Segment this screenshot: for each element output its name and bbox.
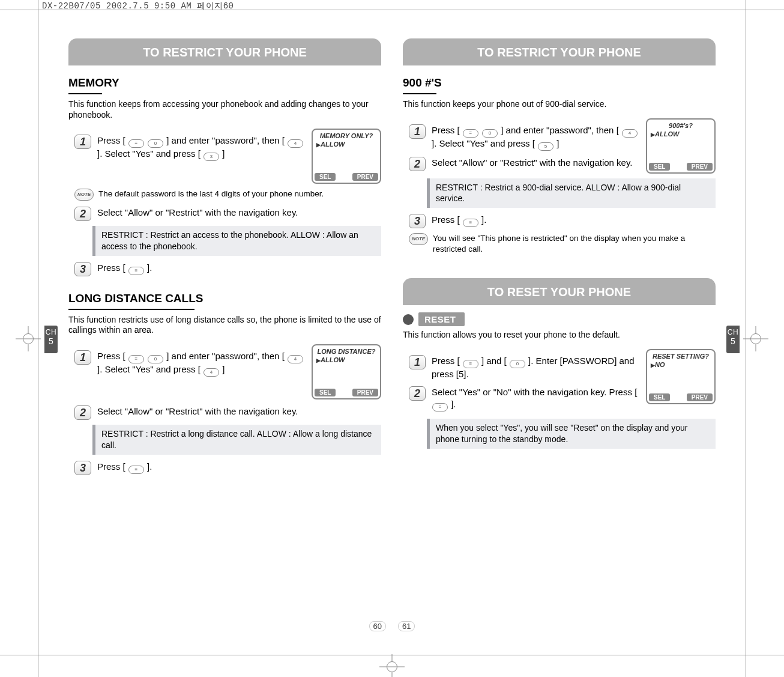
reset-desc: This function allows you to reset your p… — [403, 330, 716, 341]
reset-info: When you select "Yes", you will see "Res… — [427, 419, 716, 449]
menu-key-icon: ≡ — [128, 139, 144, 148]
four-key-icon: 4 — [288, 139, 303, 148]
crop-mark-bottom — [379, 654, 405, 677]
long-title: LONG DISTANCE CALLS — [68, 292, 203, 306]
five-key-icon: 5 — [538, 142, 553, 151]
memory-step-3-text: Press [ ≡ ]. — [97, 262, 381, 275]
nine-step-1-text: Press [ ≡ 0 ] and enter "password", then… — [432, 124, 640, 151]
softkey-sel: SEL — [649, 163, 670, 171]
reset-badge-label: RESET — [418, 312, 465, 326]
nine-step-3-text: Press [ ≡ ]. — [432, 214, 716, 227]
memory-info: RESTRICT : Restrict an access to the pho… — [92, 226, 381, 256]
nine-desc: This function keeps your phone out of 90… — [403, 99, 716, 110]
step-num-2-icon: 2 — [409, 157, 426, 171]
long-rule — [68, 309, 194, 310]
memory-step-2: 2 Select "Allow" or "Restrict" with the … — [74, 207, 381, 221]
reset-step-1: 1 Press [ ≡ ] and [ 0 ]. Enter [PASSWORD… — [409, 355, 640, 380]
nine-step-1: 1 Press [ ≡ 0 ] and enter "password", th… — [409, 124, 640, 151]
reset-badge: RESET — [403, 312, 716, 326]
page-number-left: 60 — [369, 621, 386, 631]
nine-title: 900 #'S — [403, 76, 442, 91]
crop-mark-right — [743, 326, 768, 351]
nine-screen: 900#'s? ALLOW SEL PREV — [646, 118, 716, 174]
memory-step-1-text: Press [ ≡ 0 ] and enter "password", then… — [97, 135, 306, 161]
step-num-1-icon: 1 — [74, 135, 91, 149]
bullet-dot-icon — [403, 314, 414, 325]
nine-info: RESTRICT : Restrict a 900-dial service. … — [427, 178, 716, 208]
step-num-2-icon: 2 — [74, 207, 91, 221]
softkey-sel: SEL — [315, 173, 336, 181]
long-step-1-text: Press [ ≡ 0 ] and enter "password", then… — [97, 350, 306, 377]
memory-desc: This function keeps from accessing your … — [68, 99, 381, 120]
menu-key-icon: ≡ — [463, 219, 478, 227]
softkey-prev: PREV — [687, 163, 713, 171]
reset-step-2-text: Select "Yes" or "No" with the navigation… — [432, 386, 640, 411]
long-step-2-text: Select "Allow" or "Restrict" with the na… — [97, 405, 381, 417]
step-num-3-icon: 3 — [74, 262, 91, 276]
long-screen: LONG DISTANCE? ALLOW SEL PREV — [312, 344, 381, 399]
nine-step-2: 2 Select "Allow" or "Restrict" with the … — [409, 157, 640, 171]
memory-step-3: 3 Press [ ≡ ]. — [74, 262, 381, 276]
memory-step-1: 1 Press [ ≡ 0 ] and enter "password", th… — [74, 135, 306, 161]
step-num-2-icon: 2 — [74, 405, 91, 420]
memory-title: MEMORY — [68, 76, 119, 91]
page-number-right: 61 — [398, 621, 415, 631]
menu-key-icon: ≡ — [128, 267, 144, 275]
zero-key-icon: 0 — [510, 360, 525, 368]
step-num-3-icon: 3 — [409, 214, 426, 228]
four-key-icon: 4 — [622, 129, 638, 138]
menu-key-icon: ≡ — [128, 466, 144, 474]
softkey-prev: PREV — [352, 389, 378, 396]
note-badge-icon: NOTE — [409, 233, 428, 245]
memory-note: The default password is the last 4 digit… — [98, 189, 381, 199]
zero-key-icon: 0 — [482, 129, 498, 138]
long-step-3: 3 Press [ ≡ ]. — [74, 461, 381, 475]
nine-step-2-text: Select "Allow" or "Restrict" with the na… — [432, 157, 640, 169]
reset-step-1-text: Press [ ≡ ] and [ 0 ]. Enter [PASSWORD] … — [432, 355, 640, 380]
softkey-sel: SEL — [315, 389, 336, 396]
four-key-icon: 4 — [288, 355, 303, 363]
step-num-1-icon: 1 — [409, 124, 426, 139]
four-key-icon: 4 — [204, 368, 219, 377]
three-key-icon: 3 — [204, 153, 219, 161]
chapter-tab-right: CH 5 — [726, 326, 740, 353]
menu-key-icon: ≡ — [432, 403, 448, 411]
softkey-prev: PREV — [352, 173, 378, 181]
chapter-tab-left: CH 5 — [44, 326, 58, 353]
zero-key-icon: 0 — [148, 355, 163, 363]
step-num-2-icon: 2 — [409, 386, 426, 401]
softkey-sel: SEL — [649, 393, 670, 401]
step-num-1-icon: 1 — [74, 350, 91, 365]
memory-step-2-text: Select "Allow" or "Restrict" with the na… — [97, 207, 381, 219]
menu-key-icon: ≡ — [463, 129, 478, 138]
long-step-2: 2 Select "Allow" or "Restrict" with the … — [74, 405, 381, 420]
memory-screen: MEMORY ONLY? ALLOW SEL PREV — [312, 129, 381, 184]
file-header: DX-22B07/05 2002.7.5 9:50 AM 페이지60 — [42, 1, 234, 11]
page-right: CH 5 TO RESTRICT YOUR PHONE 900 #'S This… — [392, 24, 726, 629]
heading-restrict-right: TO RESTRICT YOUR PHONE — [403, 38, 716, 65]
nine-step-3: 3 Press [ ≡ ]. — [409, 214, 716, 228]
step-num-3-icon: 3 — [74, 461, 91, 475]
reset-step-2: 2 Select "Yes" or "No" with the navigati… — [409, 386, 640, 411]
long-desc: This function restricts use of long dist… — [68, 315, 381, 336]
zero-key-icon: 0 — [148, 139, 163, 148]
reset-screen: RESET SETTING? NO SEL PREV — [646, 349, 716, 404]
page-left: CH 5 TO RESTRICT YOUR PHONE MEMORY This … — [58, 24, 392, 629]
step-num-1-icon: 1 — [409, 355, 426, 369]
note-badge-icon: NOTE — [74, 189, 94, 201]
menu-key-icon: ≡ — [128, 355, 144, 363]
nine-note: You will see "This phone is restricted" … — [433, 233, 716, 254]
heading-restrict-left: TO RESTRICT YOUR PHONE — [68, 38, 381, 65]
nine-rule — [403, 93, 436, 94]
crop-mark-left — [16, 326, 41, 351]
long-step-1: 1 Press [ ≡ 0 ] and enter "password", th… — [74, 350, 306, 377]
heading-reset: TO RESET YOUR PHONE — [403, 278, 716, 305]
long-step-3-text: Press [ ≡ ]. — [97, 461, 381, 474]
menu-key-icon: ≡ — [463, 360, 478, 368]
softkey-prev: PREV — [687, 393, 713, 401]
memory-rule — [68, 93, 102, 94]
long-info: RESTRICT : Restrict a long distance call… — [92, 425, 381, 455]
